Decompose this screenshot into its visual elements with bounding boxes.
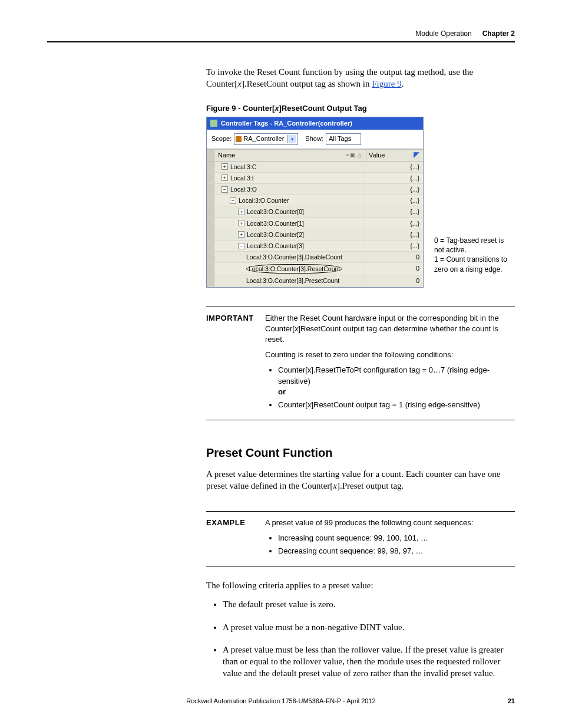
col-name-header[interactable]: Name [218,151,235,160]
tag-row[interactable]: +Local:3:O.Counter[1]{...} [207,218,423,229]
scope-label: Scope: [211,134,232,143]
tag-row[interactable]: Local:3:O.Counter[3].PresetCount0 [207,275,423,286]
sort-icons[interactable]: ≡▣ △ [346,151,362,159]
section-intro: A preset value determines the starting v… [206,468,515,492]
show-label: Show: [305,134,323,143]
controller-icon [236,136,242,142]
col-value-header[interactable]: Value [369,151,385,160]
tag-value: 0 [365,275,423,286]
tag-name: Local:3:O.Counter[3] [247,242,304,250]
section-heading: Preset Count Function [206,445,515,461]
tag-row[interactable]: Local:3:O.Counter[3].DisableCount0 [207,252,423,263]
controller-tags-window: Controller Tags - RA_Controller(controll… [206,117,424,288]
tag-name: Local:3:O.Counter[0] [247,207,304,216]
collapse-icon[interactable]: − [230,197,236,204]
tag-row[interactable]: −Local:3:O.Counter{...} [207,195,423,206]
tag-row[interactable]: +Local:3:O.Counter[2]{...} [207,229,423,241]
tag-name: Local:3:O.Counter [239,196,289,205]
tag-value: {...} [365,195,423,206]
tag-value: {...} [365,162,423,172]
tag-value: {...} [365,218,423,229]
tag-row[interactable]: +Local:3:I{...} [207,173,423,184]
important-note: IMPORTANT Either the Reset Count hardwar… [206,307,515,421]
tag-name: Local:3:O [230,185,257,193]
header-topic: Module Operation [415,29,471,38]
tag-value: 0 [365,252,423,262]
window-toolbar: Scope: RA_Controller Show: All Tags [207,130,423,149]
intro-paragraph: To invoke the Reset Count function by us… [206,66,515,90]
tag-name: Local:3:O.Counter[2] [247,230,304,239]
tag-name: Local:3:C [230,163,256,171]
figure-caption: Figure 9 - Counter[x]ResetCount Output T… [206,103,515,114]
tag-value: {...} [365,241,423,251]
expand-icon[interactable]: + [238,209,244,215]
expand-icon[interactable]: + [238,231,244,238]
expand-icon[interactable]: + [222,163,228,170]
tag-row[interactable]: Local:3:O.Counter[3].ResetCount0 [207,263,423,275]
tag-row[interactable]: +Local:3:O.Counter[0]{...} [207,206,423,218]
scope-dropdown[interactable]: RA_Controller [234,133,298,145]
tag-table-header: Name ≡▣ △ Value [207,149,423,162]
tag-row[interactable]: −Local:3:O.Counter[3]{...} [207,241,423,252]
criteria-list: The default preset value is zero. A pres… [206,598,515,679]
example-label: EXAMPLE [206,518,265,528]
app-icon [210,120,217,127]
tag-value: 0 [365,263,423,275]
expand-icon[interactable]: + [238,220,244,226]
figure-link[interactable]: Figure 9 [372,79,401,88]
tag-name: Local:3:O.Counter[1] [247,219,304,228]
example-note: EXAMPLE A preset value of 99 produces th… [206,511,515,567]
collapse-icon[interactable]: − [222,186,228,193]
criteria-lead: The following criteria applies to a pres… [206,579,515,591]
page-number: 21 [508,697,515,704]
tag-name: Local:3:O.Counter[3].ResetCount [246,264,342,274]
header-chapter: Chapter 2 [482,29,515,38]
chevron-down-icon [287,135,296,143]
tag-value: {...} [365,184,423,195]
collapse-icon[interactable]: − [238,243,244,249]
page-footer: Rockwell Automation Publication 1756-UM5… [47,697,515,704]
tag-value: {...} [365,173,423,183]
tag-value: {...} [365,229,423,240]
value-marker-icon [414,152,419,158]
expand-icon[interactable]: + [222,174,228,181]
window-title: Controller Tags - RA_Controller(controll… [221,119,352,128]
tag-row[interactable]: −Local:3:O{...} [207,184,423,195]
window-titlebar: Controller Tags - RA_Controller(controll… [207,117,423,130]
tag-name: Local:3:O.Counter[3].PresetCount [246,276,339,285]
figure-callout: 0 = Tag-based reset is not active. 1 = C… [434,236,515,274]
important-label: IMPORTANT [206,313,265,324]
tag-row[interactable]: +Local:3:C{...} [207,162,423,173]
page-header: Module Operation Chapter 2 [47,29,515,42]
publication-id: Rockwell Automation Publication 1756-UM5… [186,697,375,704]
show-field[interactable]: All Tags [326,133,361,145]
tag-name: Local:3:O.Counter[3].DisableCount [246,253,342,261]
tag-name: Local:3:I [230,174,254,182]
tag-value: {...} [365,206,423,217]
